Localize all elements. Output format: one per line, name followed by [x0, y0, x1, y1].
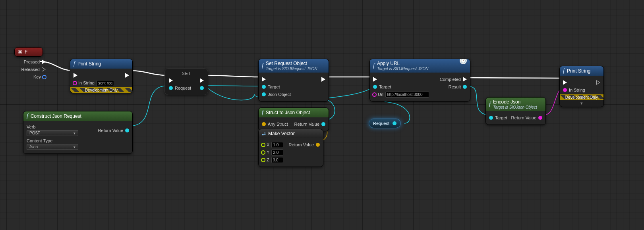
print1-exec-in[interactable] [73, 73, 77, 78]
apply-url-label: Url [378, 92, 383, 97]
set-request-out[interactable] [200, 86, 204, 90]
contenttype-label: Content Type [27, 138, 52, 143]
apply-result-label: Result [449, 84, 461, 89]
stj-header: f Struct to Json Object [259, 108, 329, 117]
sro-sub: Target is SIOJRequest JSON [266, 67, 317, 71]
released-pin[interactable] [42, 67, 46, 72]
stj-return-label: Return Value [294, 122, 319, 126]
mv-x-pin[interactable] [262, 144, 265, 146]
function-icon: f [73, 61, 75, 67]
link-icon: ⇄ [262, 131, 266, 136]
stj-anystruct-label: Any Struct [268, 122, 288, 126]
encode-sub: Target is SIOJson Object [493, 105, 537, 109]
mv-title: Make Vector [268, 131, 295, 136]
construct-json-request-node[interactable]: f Construct Json Request Verb POST Retur… [23, 111, 133, 154]
apply-title: Apply URL [377, 61, 429, 66]
print1-instring-value[interactable]: sent req [97, 80, 114, 86]
set-exec-out[interactable] [200, 78, 204, 83]
mv-z-label: Z [267, 157, 269, 162]
pressed-pin[interactable] [42, 59, 46, 64]
make-vector-node[interactable]: ⇄ Make Vector X1.0 Return Value Y2.0 Z3.… [258, 129, 323, 167]
print2-exec-out[interactable] [596, 80, 600, 85]
apply-result-pin[interactable] [463, 85, 467, 89]
function-icon: f [262, 63, 263, 69]
sro-target-pin[interactable] [262, 85, 266, 89]
apply-target-label: Target [379, 84, 391, 89]
print2-instring-pin[interactable] [563, 88, 567, 92]
request-variable-get[interactable]: Request [369, 119, 401, 128]
apply-sub: Target is SIOJRequest JSON [377, 67, 429, 71]
encode-json-node[interactable]: f Encode Json Target is SIOJson Object T… [485, 97, 546, 125]
sro-json-pin[interactable] [262, 92, 266, 96]
mv-y-value[interactable]: 2.0 [271, 150, 283, 155]
mv-z-value[interactable]: 3.0 [271, 157, 283, 163]
construct-return-label: Return Value [98, 128, 123, 133]
stj-return-pin[interactable] [321, 122, 325, 126]
mv-y-label: Y [267, 150, 269, 155]
encode-target-pin[interactable] [489, 116, 493, 120]
construct-title: Construct Json Request [31, 113, 81, 119]
sro-exec-in[interactable] [262, 77, 266, 82]
sro-header: f Set Request Object Target is SIOJReque… [259, 59, 329, 73]
print1-instring-label: In String [78, 80, 95, 85]
set-request-in[interactable] [169, 86, 173, 90]
set-request-label: Request [175, 86, 191, 90]
released-label: Released [21, 67, 40, 72]
pressed-label: Pressed [24, 59, 40, 64]
print-string-node-1[interactable]: f Print String In String sent req Develo… [70, 59, 133, 93]
request-var-pin[interactable] [393, 121, 396, 125]
event-title: F [25, 49, 27, 55]
apply-exec-in[interactable] [373, 77, 377, 82]
expand-chevron-icon[interactable]: ▾ [560, 100, 603, 107]
construct-return-pin[interactable] [125, 128, 129, 132]
mv-y-pin[interactable] [262, 151, 265, 154]
event-pins: Pressed Released Key [16, 58, 46, 81]
construct-header: f Construct Json Request [23, 111, 132, 121]
encode-return-label: Return Value [511, 115, 536, 120]
set-title: SET [169, 71, 204, 76]
set-request-object-node[interactable]: f Set Request Object Target is SIOJReque… [258, 59, 329, 102]
apply-completed-label: Completed [440, 77, 461, 82]
sro-title: Set Request Object [266, 61, 317, 66]
apply-completed-pin[interactable] [463, 77, 467, 82]
print1-devonly: Development Only [70, 87, 132, 93]
sro-exec-out[interactable] [321, 77, 325, 82]
stj-anystruct-pin[interactable] [262, 122, 266, 126]
print1-instring-pin[interactable] [73, 82, 76, 84]
event-node-f[interactable]: ⌘ F [14, 47, 43, 57]
print2-header: f Print String [560, 66, 603, 76]
event-header: ⌘ F [15, 48, 43, 56]
print1-header: f Print String [70, 59, 132, 69]
function-icon: f [373, 63, 375, 69]
mv-header: ⇄ Make Vector [259, 129, 323, 138]
set-exec-in[interactable] [169, 78, 173, 83]
apply-target-pin[interactable] [373, 85, 377, 89]
stj-title: Struct to Json Object [266, 110, 310, 115]
mv-x-label: X [267, 142, 269, 147]
verb-label: Verb [27, 125, 36, 129]
apply-url-pin[interactable] [373, 93, 376, 96]
print1-exec-out[interactable] [125, 73, 129, 78]
mv-return-label: Return Value [289, 142, 314, 147]
mv-return-pin[interactable] [316, 143, 320, 147]
function-icon: f [489, 101, 491, 107]
print1-title: Print String [77, 61, 101, 67]
contenttype-dropdown[interactable]: Json [27, 144, 78, 150]
print2-exec-in[interactable] [563, 80, 567, 85]
apply-url-node[interactable]: 🕑 f Apply URL Target is SIOJRequest JSON… [369, 59, 470, 102]
key-pin[interactable] [43, 76, 46, 79]
print-string-node-2[interactable]: f Print String In String Development Onl… [559, 66, 604, 107]
encode-target-label: Target [495, 115, 507, 120]
mv-x-value[interactable]: 1.0 [271, 142, 283, 148]
set-variable-node[interactable]: SET Request [164, 68, 208, 95]
sro-target-label: Target [268, 84, 280, 89]
verb-dropdown[interactable]: POST [27, 130, 78, 136]
keyboard-icon: ⌘ [18, 50, 22, 55]
encode-header: f Encode Json Target is SIOJson Object [486, 98, 545, 111]
request-var-label: Request [373, 121, 389, 126]
apply-url-value[interactable]: http://localhost:3000 [385, 92, 429, 98]
mv-z-pin[interactable] [262, 159, 265, 161]
function-icon: f [563, 68, 565, 74]
encode-return-pin[interactable] [538, 116, 542, 120]
struct-to-json-node[interactable]: f Struct to Json Object Any Struct Retur… [258, 107, 329, 131]
